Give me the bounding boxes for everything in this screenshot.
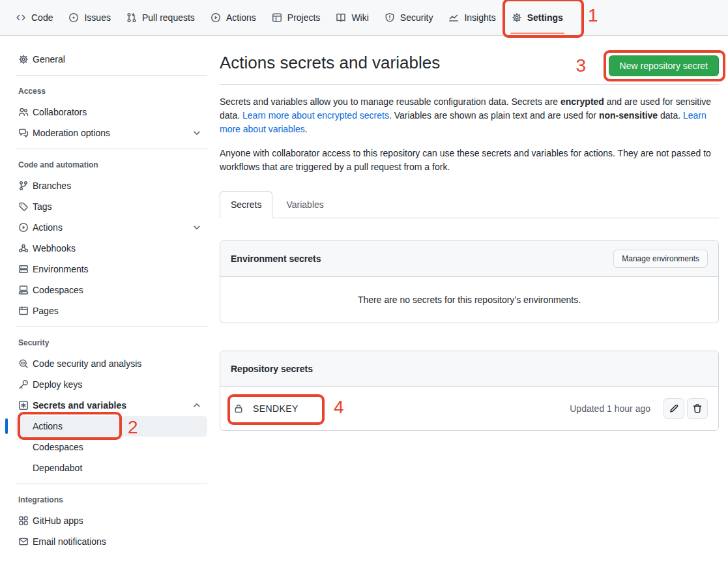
nav-item-label: Issues: [84, 12, 110, 23]
nav-item-code[interactable]: Code: [10, 7, 58, 28]
tag-icon: [18, 201, 29, 212]
annotation-number-3: 3: [576, 57, 587, 75]
sidebar-item-general[interactable]: General: [16, 49, 207, 70]
sidebar-item-tags[interactable]: Tags: [16, 196, 207, 217]
intro-paragraph: Secrets and variables allow you to manag…: [220, 95, 719, 136]
nav-item-insights[interactable]: Insights: [443, 7, 501, 28]
gear-icon: [18, 54, 29, 65]
sidebar-item-branches[interactable]: Branches: [16, 175, 207, 196]
settings-sidebar: GeneralAccessCollaboratorsModeration opt…: [0, 36, 215, 552]
browser-icon: [18, 306, 29, 316]
sidebar-item-code-security-and-analysis[interactable]: Code security and analysis: [16, 353, 207, 374]
sidebar-divider: [16, 149, 207, 149]
sidebar-item-github-apps[interactable]: GitHub apps: [16, 510, 207, 531]
sidebar-divider: [16, 484, 207, 484]
repository-secrets-header: Repository secrets: [220, 351, 718, 387]
sidebar-item-environments[interactable]: Environments: [16, 259, 207, 280]
table-icon: [272, 12, 282, 23]
repo-tab-nav: CodeIssuesPull requestsActionsProjectsWi…: [0, 0, 728, 36]
manage-environments-button[interactable]: Manage environments: [613, 250, 708, 268]
asterisk-box-icon: [18, 400, 29, 411]
secret-name: SENDKEY: [253, 403, 298, 414]
nav-item-label: Settings: [527, 12, 563, 23]
sidebar-item-label: Codespaces: [33, 442, 83, 452]
nav-item-label: Insights: [464, 12, 495, 23]
sidebar-item-collaborators[interactable]: Collaborators: [16, 102, 207, 123]
sidebar-item-pages[interactable]: Pages: [16, 300, 207, 321]
sidebar-item-label: Webhooks: [33, 243, 76, 254]
body-text: Secrets and variables allow you to manag…: [220, 96, 561, 107]
sidebar-section-header-integrations: Integrations: [18, 489, 215, 510]
sidebar-section-header-security: Security: [18, 332, 215, 353]
chevron-down-icon: [192, 222, 202, 233]
comment-discussion-icon: [18, 128, 29, 138]
inline-link[interactable]: Learn more about encrypted secrets: [242, 110, 389, 121]
delete-secret-button[interactable]: [687, 398, 708, 419]
key-icon: [18, 379, 29, 390]
sidebar-item-label: Moderation options: [33, 128, 110, 138]
sidebar-item-label: Secrets and variables: [33, 400, 126, 411]
sidebar-item-label: Email notifications: [33, 536, 106, 547]
sidebar-item-moderation-options[interactable]: Moderation options: [16, 123, 207, 143]
title-divider: [220, 84, 719, 85]
annotation-number-4: 4: [334, 398, 344, 416]
sidebar-item-label: Tags: [33, 201, 52, 212]
sidebar-item-dependabot[interactable]: Dependabot: [16, 457, 207, 478]
graph-icon: [448, 12, 459, 23]
tab-secrets[interactable]: Secrets: [220, 191, 272, 218]
sidebar-item-actions[interactable]: Actions2: [16, 416, 207, 437]
secret-row-meta: Updated 1 hour ago: [570, 398, 708, 419]
sidebar-item-label: Actions: [33, 222, 63, 233]
active-tab-underline: [510, 33, 564, 34]
body-text: data.: [658, 110, 683, 121]
sidebar-item-label: Branches: [33, 181, 71, 191]
nav-item-projects[interactable]: Projects: [267, 7, 326, 28]
play-icon: [18, 222, 29, 233]
nav-item-issues[interactable]: Issues: [63, 7, 115, 28]
sidebar-item-secrets-and-variables[interactable]: Secrets and variables: [16, 395, 207, 416]
sidebar-item-codespaces[interactable]: Codespaces: [16, 280, 207, 300]
sidebar-section-header-access: Access: [18, 81, 215, 102]
git-branch-icon: [18, 181, 29, 191]
sidebar-item-email-notifications[interactable]: Email notifications: [16, 531, 207, 552]
sidebar-section-header-code-and-automation: Code and automation: [18, 154, 215, 175]
chevron-up-icon: [192, 400, 202, 411]
sidebar-item-label: Codespaces: [33, 285, 83, 295]
sidebar-item-label: Pages: [33, 306, 59, 316]
secret-row: SENDKEY4Updated 1 hour ago: [220, 387, 718, 430]
people-icon: [18, 107, 29, 117]
nav-item-security[interactable]: Security: [379, 7, 439, 28]
secret-row-actions: [663, 398, 708, 419]
main-content: Actions secrets and variables New reposi…: [220, 36, 719, 431]
tab-variables[interactable]: Variables: [272, 191, 337, 218]
sidebar-item-deploy-keys[interactable]: Deploy keys: [16, 374, 207, 395]
nav-item-pull-requests[interactable]: Pull requests: [121, 7, 200, 28]
nav-item-wiki[interactable]: Wiki: [330, 7, 373, 28]
sidebar-item-label: Dependabot: [33, 463, 82, 473]
sidebar-item-webhooks[interactable]: Webhooks: [16, 238, 207, 259]
edit-secret-button[interactable]: [663, 398, 684, 419]
environment-secrets-empty-text: There are no secrets for this repository…: [220, 277, 718, 323]
bold-text: non-sensitive: [599, 110, 658, 121]
body-text: Anyone with collaborator access to this …: [220, 148, 711, 172]
mail-icon: [18, 536, 29, 547]
collaborator-note-paragraph: Anyone with collaborator access to this …: [220, 147, 719, 174]
sidebar-divider: [16, 75, 207, 76]
sidebar-item-codespaces[interactable]: Codespaces: [16, 437, 207, 457]
sidebar-item-label: Actions: [33, 421, 63, 431]
nav-item-actions[interactable]: Actions: [205, 7, 261, 28]
body-text: . Variables are shown as plain text and …: [389, 110, 599, 121]
nav-item-settings[interactable]: Settings1: [506, 7, 568, 28]
secret-updated-text: Updated 1 hour ago: [570, 403, 650, 414]
page-header: Actions secrets and variables New reposi…: [220, 36, 719, 76]
annotation-number-2: 2: [128, 418, 138, 437]
sidebar-item-actions[interactable]: Actions: [16, 217, 207, 238]
new-repository-secret-button[interactable]: New repository secret: [609, 55, 719, 76]
sidebar-item-label: GitHub apps: [33, 515, 83, 526]
sidebar-item-label: Code security and analysis: [33, 358, 141, 369]
lock-icon: [233, 403, 244, 414]
repository-secrets-box: Repository secrets SENDKEY4Updated 1 hou…: [220, 351, 719, 431]
secret-name-wrap: SENDKEY4: [233, 403, 298, 414]
book-icon: [336, 12, 346, 23]
sidebar-item-label: General: [33, 54, 65, 65]
